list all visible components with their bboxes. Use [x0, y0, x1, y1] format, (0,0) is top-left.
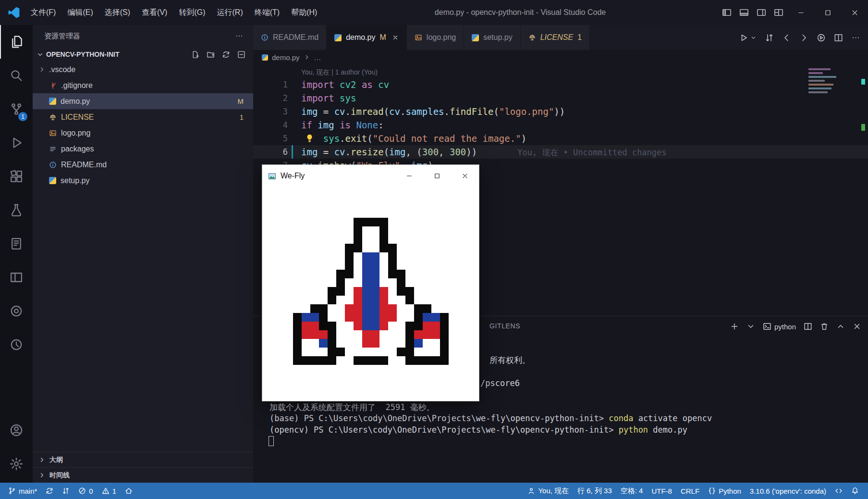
tree-item-demo-py[interactable]: demo.pyM: [33, 93, 253, 109]
eol[interactable]: CRLF: [676, 483, 704, 499]
run-or-debug-icon[interactable]: [817, 33, 826, 42]
open-changes-icon[interactable]: [765, 33, 774, 42]
more-actions-icon[interactable]: [851, 33, 860, 42]
gitlens-inline-blame: You, 现在 • Uncommitted changes: [477, 148, 666, 157]
close-button[interactable]: [841, 0, 868, 25]
toggle-sidebar-icon[interactable]: [718, 4, 735, 21]
terminal-instance[interactable]: python: [763, 322, 796, 331]
maximize-button[interactable]: [814, 0, 841, 25]
breadcrumb-more[interactable]: …: [314, 53, 321, 62]
explorer-activity-icon[interactable]: [0, 25, 33, 59]
toggle-secondary-sidebar-icon[interactable]: [753, 4, 770, 21]
previous-change-icon[interactable]: [782, 33, 791, 42]
customize-layout-icon[interactable]: [770, 4, 787, 21]
tab-readme[interactable]: README.md: [253, 25, 327, 50]
minimize-button[interactable]: [787, 0, 814, 25]
tab-demo-py[interactable]: demo.pyM: [327, 25, 407, 50]
menu-item[interactable]: 编辑(E): [61, 0, 98, 25]
popup-minimize-button[interactable]: [395, 165, 423, 187]
collapse-all-icon[interactable]: [237, 50, 245, 59]
encoding[interactable]: UTF-8: [647, 483, 676, 499]
gitlens-codelens[interactable]: You, 现在 | 1 author (You): [301, 66, 868, 78]
search-activity-icon[interactable]: [0, 59, 33, 92]
lightbulb-icon[interactable]: [305, 134, 314, 143]
history-activity-icon[interactable]: [0, 328, 33, 362]
tab-logo-png[interactable]: logo.png: [407, 25, 464, 50]
problems-errors[interactable]: 0: [74, 483, 97, 499]
menu-item[interactable]: 帮助(H): [285, 0, 323, 25]
run-dropdown-icon[interactable]: [756, 35, 757, 41]
menu-item[interactable]: 选择(S): [99, 0, 136, 25]
breadcrumb-file[interactable]: demo.py: [272, 53, 300, 62]
timeline-section[interactable]: 时间线: [33, 467, 253, 483]
terminal-dropdown-icon[interactable]: [746, 322, 755, 331]
vscode-logo-icon: [8, 6, 20, 19]
gitlens-compare[interactable]: [58, 483, 74, 499]
tab-setup-py[interactable]: setup.py: [464, 25, 520, 50]
tree-item-packages[interactable]: packages: [33, 141, 253, 157]
opencv-window[interactable]: We-Fly: [262, 164, 479, 401]
tab-gitlens[interactable]: GITLENS: [489, 322, 520, 330]
code-line-3[interactable]: 3img = cv.imread(cv.samples.findFile("lo…: [253, 105, 868, 118]
git-branch[interactable]: main*: [4, 483, 41, 499]
cursor-position[interactable]: 行 6, 列 33: [573, 483, 616, 499]
split-terminal-icon[interactable]: [804, 322, 812, 331]
menu-item[interactable]: 查看(V): [136, 0, 173, 25]
menu-item[interactable]: 转到(G): [173, 0, 211, 25]
code-line-6[interactable]: 6img = cv.resize(img, (300, 300))You, 现在…: [253, 145, 868, 159]
new-folder-icon[interactable]: [207, 50, 215, 59]
toggle-panel-icon[interactable]: [735, 4, 753, 21]
code-line-1[interactable]: 1import cv2 as cv: [253, 78, 868, 91]
code-text: import sys: [301, 91, 356, 105]
sync-changes[interactable]: [41, 483, 58, 499]
menu-item[interactable]: 运行(R): [211, 0, 249, 25]
tab-license[interactable]: LICENSE1: [521, 25, 590, 50]
popup-titlebar[interactable]: We-Fly: [262, 165, 479, 187]
minimap[interactable]: [806, 66, 840, 95]
tree-item-vscode[interactable]: .vscode: [33, 62, 253, 77]
code-line-2[interactable]: 2import sys: [253, 91, 868, 105]
popup-close-button[interactable]: [451, 165, 479, 187]
next-change-icon[interactable]: [799, 33, 808, 42]
notifications-bell[interactable]: [847, 483, 863, 499]
code-line-5[interactable]: 5 sys.exit("Could not read the image."): [253, 132, 868, 145]
more-actions-icon[interactable]: [235, 32, 244, 40]
menu-item[interactable]: 终端(T): [249, 0, 285, 25]
problems-warnings[interactable]: 1: [98, 483, 121, 499]
kill-terminal-icon[interactable]: [820, 322, 829, 331]
menu-item[interactable]: 文件(F): [25, 0, 61, 25]
maximize-panel-icon[interactable]: [836, 322, 845, 331]
tree-item-license[interactable]: LICENSE1: [33, 109, 253, 125]
language-mode[interactable]: Python: [704, 483, 746, 499]
home[interactable]: [121, 483, 137, 499]
python-interpreter[interactable]: 3.10.6 ('opencv': conda): [746, 483, 831, 499]
gitlens-blame-status[interactable]: You, 现在: [523, 483, 573, 499]
indentation[interactable]: 空格: 4: [616, 483, 648, 499]
close-panel-icon[interactable]: [853, 322, 861, 331]
close-tab-icon[interactable]: [392, 34, 399, 41]
new-file-icon[interactable]: [191, 50, 199, 59]
tree-item-gitignore[interactable]: .gitignore: [33, 77, 253, 93]
references-activity-icon[interactable]: [0, 261, 33, 294]
tree-item-readme[interactable]: README.md: [33, 157, 253, 173]
run-debug-activity-icon[interactable]: [0, 126, 33, 160]
source-control-activity-icon[interactable]: 1: [0, 92, 33, 126]
account-icon[interactable]: [0, 413, 33, 447]
notebook-activity-icon[interactable]: [0, 227, 33, 261]
outline-section[interactable]: 大纲: [33, 452, 253, 467]
testing-activity-icon[interactable]: [0, 193, 33, 227]
split-editor-icon[interactable]: [834, 33, 843, 42]
remote-indicator[interactable]: [831, 483, 847, 499]
jupyter-activity-icon[interactable]: [0, 294, 33, 328]
extensions-activity-icon[interactable]: [0, 160, 33, 193]
tree-item-setup-py[interactable]: setup.py: [33, 173, 253, 188]
run-file-icon[interactable]: [739, 33, 748, 42]
breadcrumb[interactable]: demo.py …: [253, 50, 868, 64]
new-terminal-icon[interactable]: [730, 322, 739, 331]
project-section-header[interactable]: OPENCV-PYTHON-INIT: [33, 47, 253, 62]
refresh-icon[interactable]: [222, 50, 230, 59]
settings-icon[interactable]: [0, 447, 33, 481]
tree-item-logo-png[interactable]: logo.png: [33, 125, 253, 141]
code-line-4[interactable]: 4if img is None:: [253, 118, 868, 132]
popup-maximize-button[interactable]: [423, 165, 451, 187]
